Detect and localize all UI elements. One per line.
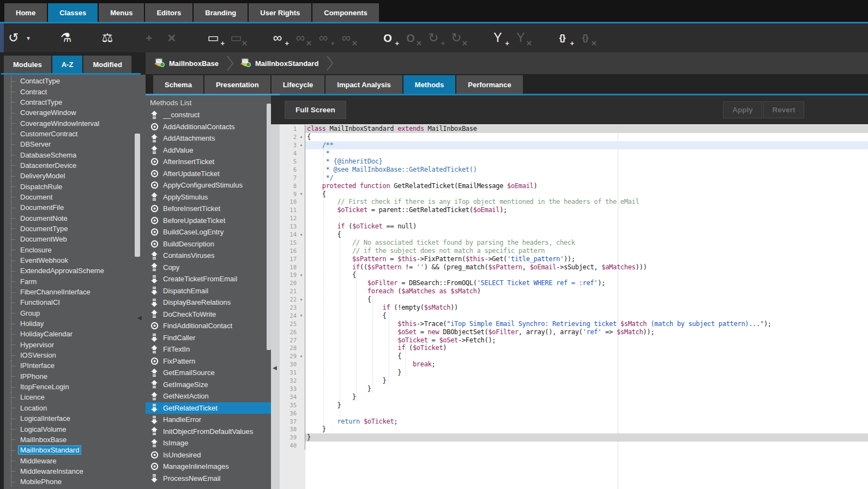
method-item-addadditionalcontacts[interactable]: AddAdditionalContacts <box>146 121 271 133</box>
code-line[interactable]: 23 if (!empty($sMatch)) <box>280 304 868 312</box>
sidebar-class-holiday[interactable]: Holiday <box>4 318 146 329</box>
sidebar-class-databaseschema[interactable]: DatabaseSchema <box>4 149 146 160</box>
sidebar-class-contracttype[interactable]: ContractType <box>4 97 146 107</box>
class-tab-presentation[interactable]: Presentation <box>204 75 270 94</box>
code-line[interactable]: 4 * <box>280 149 868 158</box>
code-line[interactable]: 9▾ { <box>280 190 868 198</box>
code-editor[interactable]: 1class MailInboxStandard extends MailInb… <box>280 124 868 489</box>
sidebar-class-documentnote[interactable]: DocumentNote <box>4 213 146 223</box>
sidebar-class-enclosure[interactable]: Enclosure <box>4 245 146 255</box>
code-line[interactable]: 12 <box>280 214 868 222</box>
code-line[interactable]: 5 * {@inheritDoc} <box>280 158 868 166</box>
code-line[interactable]: 18 if(($sPattern != '') && (preg_match($… <box>280 263 868 271</box>
splitter-collapse-arrow-icon[interactable]: ◀ <box>273 365 277 371</box>
code-line[interactable]: 34 } <box>280 393 868 401</box>
method-item-addattachments[interactable]: AddAttachments <box>146 132 271 144</box>
sidebar-class-coveragewindowinterval[interactable]: CoverageWindowInterval <box>4 118 146 128</box>
sidebar-class-functionalci[interactable]: FunctionalCI <box>4 297 146 307</box>
class-tab-impact-analysis[interactable]: Impact Analysis <box>326 75 402 94</box>
method-item-findcaller[interactable]: FindCaller <box>146 332 271 344</box>
sidebar-tab-a-z[interactable]: A-Z <box>52 56 83 73</box>
add-method-icon[interactable]: {}+ <box>555 29 569 47</box>
method-item-fittextin[interactable]: FitTextIn <box>146 343 271 355</box>
test-model-icon[interactable]: ⚗ <box>59 29 73 47</box>
code-line[interactable]: 31 } <box>280 369 868 377</box>
panel-splitter[interactable]: ◀ <box>271 124 280 489</box>
method-item-beforeinsertticket[interactable]: BeforeInsertTicket <box>146 203 271 215</box>
code-line[interactable]: 40 <box>280 442 868 450</box>
method-item-afterinsertticket[interactable]: AfterInsertTicket <box>146 156 271 168</box>
fold-marker-icon[interactable]: ▾ <box>298 135 305 139</box>
method-item-getemailsource[interactable]: GetEmailSource <box>146 367 271 379</box>
code-line[interactable]: 39} <box>280 433 868 442</box>
method-item-buildcaselogentry[interactable]: BuildCaseLogEntry <box>146 226 271 238</box>
sidebar-class-document[interactable]: Document <box>4 192 146 202</box>
sidebar-class-holidaycalendar[interactable]: HolidayCalendar <box>4 329 146 339</box>
code-line[interactable]: 37 return $oTicket; <box>280 417 868 425</box>
code-line[interactable]: 27 $oTicket = $oSet->Fetch(); <box>280 336 868 344</box>
sidebar-class-dbserver[interactable]: DBServer <box>4 139 146 149</box>
class-tab-lifecycle[interactable]: Lifecycle <box>272 75 325 94</box>
method-item-findadditionalcontact[interactable]: FindAdditionalContact <box>146 320 271 332</box>
add-field-icon[interactable]: ▭+ <box>206 29 220 47</box>
sidebar-class-ipphone[interactable]: IPPhone <box>4 371 146 382</box>
code-line[interactable]: 11 $oTicket = parent::GetRelatedTicket($… <box>280 206 868 214</box>
sidebar-collapse-arrow-icon[interactable]: ◀ <box>137 315 142 321</box>
method-item-applystimulus[interactable]: ApplyStimulus <box>146 191 271 203</box>
method-item-dispatchemail[interactable]: DispatchEmail <box>146 285 271 297</box>
sidebar-class-mailinboxbase[interactable]: MailInboxBase <box>4 434 146 445</box>
code-line[interactable]: 20 $oFilter = DBSearch::FromOQL('SELECT … <box>280 279 868 287</box>
add-class-icon[interactable]: O+ <box>381 29 395 47</box>
fold-marker-icon[interactable]: ▾ <box>298 143 305 147</box>
fold-marker-icon[interactable]: ▾ <box>298 354 305 358</box>
sidebar-class-logicalinterface[interactable]: LogicalInterface <box>4 413 146 424</box>
sidebar-tab-modified[interactable]: Modified <box>83 56 131 73</box>
method-item-containsviruses[interactable]: ContainsViruses <box>146 250 271 262</box>
sidebar-class-mailinboxstandard[interactable]: MailInboxStandard <box>4 445 146 455</box>
sidebar-class-eventwebhook[interactable]: EventWebhook <box>4 255 146 265</box>
class-tab-schema[interactable]: Schema <box>153 75 203 94</box>
method-item-manageinlineimages[interactable]: ManageInlineImages <box>146 461 271 473</box>
sidebar-tab-modules[interactable]: Modules <box>4 56 51 73</box>
menu-tab-editors[interactable]: Editors <box>145 3 192 22</box>
sidebar-scrollbar[interactable] <box>135 134 140 257</box>
code-line[interactable]: 3▾ /** <box>280 141 868 149</box>
code-line[interactable]: 6 * @see MailInboxBase::GetRelatedTicket… <box>280 165 868 173</box>
apply-button[interactable]: Apply <box>723 101 762 118</box>
code-line[interactable]: 38 } <box>280 425 868 433</box>
menu-tab-menus[interactable]: Menus <box>99 3 144 22</box>
code-line[interactable]: 29▾ { <box>280 352 868 360</box>
menu-tab-classes[interactable]: Classes <box>48 3 98 22</box>
full-screen-button[interactable]: Full Screen <box>285 101 346 119</box>
fold-marker-icon[interactable]: ▾ <box>298 313 305 317</box>
sidebar-class-middlewareinstance[interactable]: MiddlewareInstance <box>4 466 146 476</box>
class-tab-performance[interactable]: Performance <box>456 75 522 94</box>
revert-button[interactable]: Revert <box>763 101 804 118</box>
sidebar-class-documenttype[interactable]: DocumentType <box>4 224 146 234</box>
method-item-handleerror[interactable]: HandleError <box>146 414 271 426</box>
sidebar-class-datacenterdevice[interactable]: DatacenterDevice <box>4 160 146 171</box>
methods-scrollbar[interactable] <box>267 104 271 350</box>
method-item-addvalue[interactable]: AddValue <box>146 144 271 156</box>
sidebar-class-itopfencelogin[interactable]: ItopFenceLogin <box>4 382 146 392</box>
method-item-initobjectfromdefaultvalues[interactable]: InitObjectFromDefaultValues <box>146 426 271 438</box>
method-item-beforeupdateticket[interactable]: BeforeUpdateTicket <box>146 215 271 227</box>
add-relation-icon[interactable]: Y+ <box>491 29 505 47</box>
sidebar-class-group[interactable]: Group <box>4 308 146 318</box>
code-line[interactable]: 15 // No associated ticket found by pars… <box>280 238 868 246</box>
sidebar-class-dispatchrule[interactable]: DispatchRule <box>4 181 146 191</box>
code-line[interactable]: 33 } <box>280 385 868 393</box>
sidebar-class-hypervisor[interactable]: Hypervisor <box>4 340 146 350</box>
method-item-createticketfromemail[interactable]: CreateTicketFromEmail <box>146 273 271 285</box>
menu-tab-user-rights[interactable]: User Rights <box>249 3 311 22</box>
code-line[interactable]: 36 <box>280 409 868 417</box>
method-item-getnextaction[interactable]: GetNextAction <box>146 390 271 402</box>
method-item-isimage[interactable]: IsImage <box>146 437 271 449</box>
sidebar-class-iosversion[interactable]: IOSVersion <box>4 350 146 360</box>
method-item-construct[interactable]: __construct <box>146 109 271 121</box>
code-line[interactable]: 26 $oSet = new DBObjectSet($oFilter, arr… <box>280 328 868 336</box>
add-link-icon[interactable]: ∞+ <box>270 29 285 47</box>
fold-marker-icon[interactable]: ▾ <box>298 192 305 196</box>
method-item-displaybarerelations[interactable]: DisplayBareRelations <box>146 297 271 309</box>
method-item-applyconfiguredstimulus[interactable]: ApplyConfiguredStimulus <box>146 179 271 191</box>
